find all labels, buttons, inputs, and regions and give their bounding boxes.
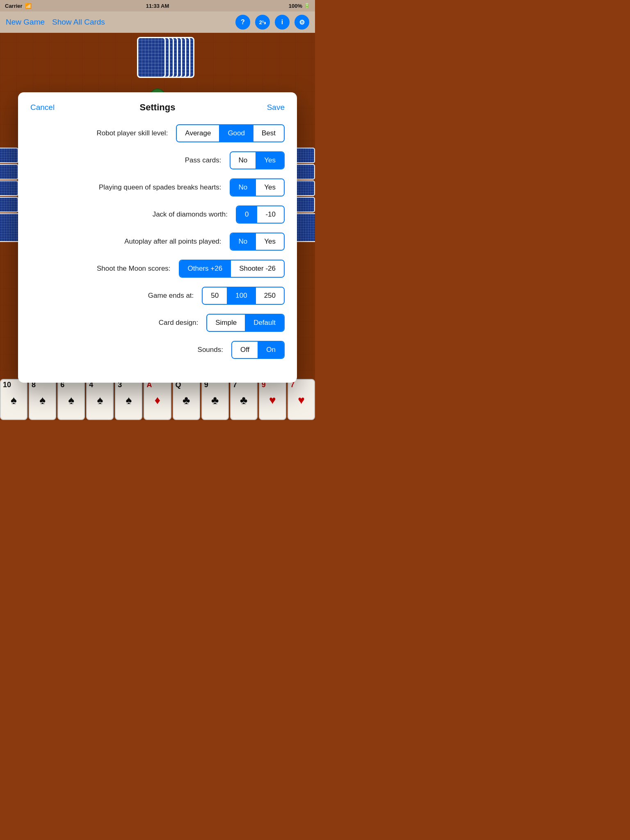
wifi-icon: 📶 [25, 3, 32, 9]
settings-label-3: Jack of diamonds worth: [30, 210, 236, 219]
seg-control-3: 0-10 [236, 205, 285, 224]
status-right: 100% 🔋 [289, 3, 310, 9]
settings-button[interactable]: ⚙ [294, 15, 309, 30]
settings-row-0: Robot player skill level:AverageGoodBest [30, 124, 285, 142]
settings-control-8: OffOn [231, 341, 285, 359]
settings-label-1: Pass cards: [30, 156, 230, 164]
settings-control-1: NoYes [230, 151, 285, 169]
cancel-button[interactable]: Cancel [30, 103, 59, 112]
status-bar: Carrier 📶 11:33 AM 100% 🔋 [0, 0, 315, 11]
seg-option-off[interactable]: Off [232, 342, 258, 358]
seg-control-0: AverageGoodBest [176, 124, 285, 142]
settings-label-6: Game ends at: [30, 292, 202, 300]
status-time: 11:33 AM [146, 3, 169, 9]
settings-title: Settings [59, 102, 256, 113]
settings-row-6: Game ends at:50100250 [30, 287, 285, 305]
nav-bar: New Game Show All Cards ? 2¹₃ i ⚙ [0, 11, 315, 33]
modal-header: Cancel Settings Save [30, 102, 285, 113]
seg-option-others-+26[interactable]: Others +26 [180, 260, 231, 277]
info-button[interactable]: i [275, 15, 290, 30]
status-left: Carrier 📶 [5, 3, 32, 9]
seg-option-average[interactable]: Average [177, 125, 219, 142]
battery-icon: 🔋 [304, 3, 310, 9]
seg-option-250[interactable]: 250 [256, 288, 284, 304]
battery-label: 100% [289, 3, 302, 9]
settings-label-8: Sounds: [30, 346, 231, 354]
seg-option-simple[interactable]: Simple [207, 315, 245, 331]
seg-option-no[interactable]: No [231, 233, 256, 250]
show-all-cards-button[interactable]: Show All Cards [52, 18, 105, 27]
seg-control-6: 50100250 [202, 287, 285, 305]
help-button[interactable]: ? [235, 15, 250, 30]
settings-control-0: AverageGoodBest [176, 124, 285, 142]
settings-modal: Cancel Settings Save Robot player skill … [18, 92, 297, 383]
seg-option-yes[interactable]: Yes [256, 179, 284, 196]
seg-option-0[interactable]: 0 [237, 206, 257, 223]
seg-control-5: Others +26Shooter -26 [179, 260, 285, 278]
settings-row-3: Jack of diamonds worth:0-10 [30, 205, 285, 224]
nav-icons: ? 2¹₃ i ⚙ [235, 15, 309, 30]
settings-label-7: Card design: [30, 319, 206, 327]
save-button[interactable]: Save [256, 103, 285, 112]
settings-label-0: Robot player skill level: [30, 129, 176, 137]
settings-row-7: Card design:SimpleDefault [30, 314, 285, 332]
settings-control-6: 50100250 [202, 287, 285, 305]
settings-row-4: Autoplay after all points played:NoYes [30, 233, 285, 251]
settings-control-2: NoYes [230, 178, 285, 196]
modal-overlay: Cancel Settings Save Robot player skill … [0, 33, 315, 420]
seg-control-7: SimpleDefault [206, 314, 285, 332]
seg-control-1: NoYes [230, 151, 285, 169]
new-game-button[interactable]: New Game [6, 18, 45, 27]
seg-option-50[interactable]: 50 [203, 288, 227, 304]
settings-rows: Robot player skill level:AverageGoodBest… [30, 124, 285, 359]
seg-option-best[interactable]: Best [253, 125, 284, 142]
game-background: 0 K♦ 0 OK 10♠8♠6♠4♠3♠A♦Q♣9♣7♣9♥7♥ [0, 33, 315, 420]
seg-option-yes[interactable]: Yes [256, 152, 284, 169]
carrier-label: Carrier [5, 3, 23, 9]
settings-control-5: Others +26Shooter -26 [179, 260, 285, 278]
seg-option-default[interactable]: Default [245, 315, 284, 331]
nav-left-buttons: New Game Show All Cards [6, 18, 105, 27]
seg-option-shooter--26[interactable]: Shooter -26 [231, 260, 284, 277]
seg-control-4: NoYes [230, 233, 285, 251]
seg-option-no[interactable]: No [231, 179, 256, 196]
settings-row-2: Playing queen of spades breaks hearts:No… [30, 178, 285, 196]
settings-row-1: Pass cards:NoYes [30, 151, 285, 169]
score-button[interactable]: 2¹₃ [255, 15, 270, 30]
settings-control-4: NoYes [230, 233, 285, 251]
seg-option-on[interactable]: On [258, 342, 284, 358]
settings-label-2: Playing queen of spades breaks hearts: [30, 183, 230, 192]
settings-control-3: 0-10 [236, 205, 285, 224]
seg-option-yes[interactable]: Yes [256, 233, 284, 250]
seg-option-no[interactable]: No [231, 152, 256, 169]
seg-option--10[interactable]: -10 [257, 206, 284, 223]
seg-option-good[interactable]: Good [219, 125, 253, 142]
settings-row-5: Shoot the Moon scores:Others +26Shooter … [30, 260, 285, 278]
seg-control-2: NoYes [230, 178, 285, 196]
settings-label-5: Shoot the Moon scores: [30, 265, 179, 273]
settings-label-4: Autoplay after all points played: [30, 237, 230, 246]
seg-control-8: OffOn [231, 341, 285, 359]
settings-row-8: Sounds:OffOn [30, 341, 285, 359]
seg-option-100[interactable]: 100 [227, 288, 256, 304]
settings-control-7: SimpleDefault [206, 314, 285, 332]
